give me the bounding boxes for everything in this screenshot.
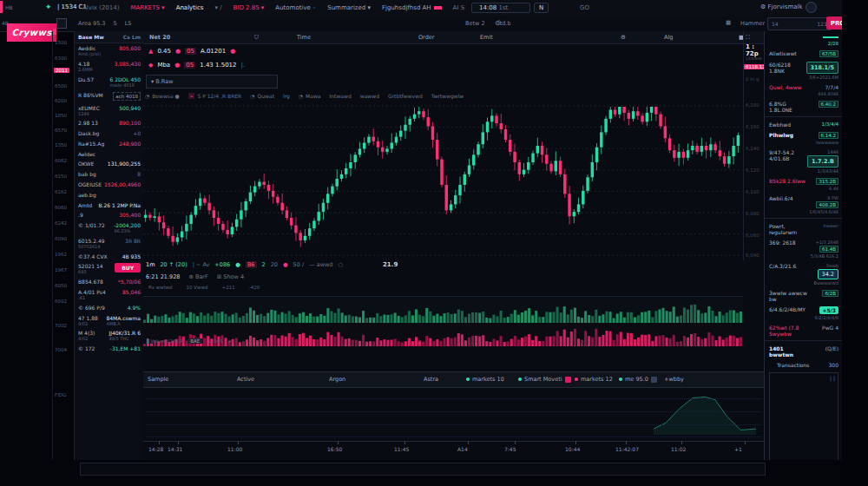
watchlist-row[interactable]: B854.678*5,70/06 <box>75 277 144 287</box>
watchlist-row[interactable]: AmtdB.26 1 2MP P.Na <box>75 200 144 210</box>
time-box[interactable]: 14:08 1st <box>471 3 530 13</box>
watchlist-row[interactable]: 6015.2.49507026143R 8R <box>75 236 144 252</box>
watchlist-header-left[interactable]: Base Mw <box>78 34 104 40</box>
sidebar-value[interactable]: 1.7.2.B <box>807 155 838 167</box>
chart-header-col-0[interactable]: ⛉ <box>254 34 259 41</box>
sidebar-row[interactable]: Awbii.6/48 PW408.2B1/6/45/4.6/44 <box>765 193 843 216</box>
watchlist-row[interactable]: AeddicAmb (plst)805,600 <box>75 43 144 59</box>
account-menu[interactable]: ⚙ Fjorvismalk <box>760 3 803 10</box>
watchlist-row[interactable]: 4.182.6MM3,085,430 <box>75 59 144 75</box>
menu-item-4[interactable]: BID 2.85 ▾ <box>233 4 265 11</box>
chart-header-col-4[interactable]: ⚙ <box>621 34 626 41</box>
symbol-search-input[interactable]: 14 121 <box>767 17 832 30</box>
sidebar-row[interactable]: Ewbhwd1/3/4/4 <box>765 119 843 129</box>
menu-item-2[interactable]: Analytics <box>176 4 204 11</box>
watchlist-row[interactable]: M 4(3)4/02JJ40K/31.R 649/5 THC <box>75 328 144 344</box>
chart-tool-1[interactable]: ⌁S P 12/4 ,R BRER <box>188 93 241 99</box>
indicator-tab-1[interactable]: 10 Vwwd <box>187 285 208 290</box>
positions-col-1[interactable]: Active <box>237 376 254 383</box>
watchlist-row[interactable]: 47 1,889/0284MA.cswmaAMB.A <box>75 312 144 328</box>
toolbar2-left-2[interactable]: L5 <box>125 20 132 27</box>
layout-square-icon[interactable] <box>56 18 67 29</box>
menu-item-6[interactable]: Summarized ▾ <box>327 4 371 11</box>
time-axis[interactable]: 14:2814:3111:0016:5011:45A147:4510:4411:… <box>143 441 764 458</box>
watchlist-row[interactable]: OGEIUSE1526,00,4960 <box>75 180 144 190</box>
sidebar-value[interactable]: 318.1/5 <box>806 62 838 74</box>
watchlist-row[interactable]: R 86%VMach 4018 <box>75 89 144 102</box>
watchlist-row[interactable]: aeb.bg <box>75 189 144 200</box>
chart-header-col-1[interactable]: Time <box>297 34 311 41</box>
watchlist-row[interactable]: 52021 14693BUY <box>75 261 144 277</box>
chart-tool-7[interactable]: Grtbtfwwvwd <box>388 93 423 99</box>
sidebar-row[interactable]: 6/4.6/2/4B/MY+5/36/2/2/4/4/8 <box>765 304 843 322</box>
brand-logo[interactable]: Crywws <box>7 23 56 42</box>
menu-item-1[interactable]: MARKETS ▾ <box>130 4 164 11</box>
toolbar2-left-0[interactable]: Area 95.3 <box>78 20 106 27</box>
sidebar-row[interactable]: 2/28 <box>765 38 843 48</box>
grid-icon[interactable]: ▦ <box>726 19 731 26</box>
sidebar-row[interactable]: Quwl, 4www7/7/4444,4044 <box>765 82 843 98</box>
sidebar-row[interactable]: 60/6218 1.8NK318.1/53/6+2021.6M <box>765 59 843 82</box>
save-disk-icon[interactable]: ⎙ <box>496 19 501 26</box>
buy-button[interactable]: BUY <box>115 263 141 273</box>
chart-view-option-1[interactable]: ⊞ Show 4 <box>217 273 244 280</box>
chart-tool-0[interactable]: ◔Bowwsa ● <box>145 93 180 99</box>
sidebar-row[interactable]: Plhwlwg6.14.2Iwwwwww <box>765 129 843 147</box>
menu-item-0[interactable]: Alvix (2014) <box>82 4 119 11</box>
watchlist-row[interactable]: Dask.bg+0 <box>75 128 144 139</box>
menu-item-3[interactable]: ▾ / <box>214 4 221 11</box>
indicator-tab-3[interactable]: -420 <box>249 285 260 290</box>
n-button[interactable]: N <box>534 3 549 13</box>
sidebar-row[interactable]: 369: 2618+1/3 264861.4B5/3/4B 616.2 <box>765 237 843 260</box>
watchlist-row[interactable]: 2.98 13890,100 <box>75 118 144 128</box>
indicator-tab-2[interactable]: +211 <box>222 285 235 290</box>
positions-col-0[interactable]: Sample <box>148 376 168 383</box>
watchlist-row[interactable]: © 696 P/94.9% <box>75 302 144 312</box>
sidebar-row[interactable]: C/A.3/21.63wwb34.2Bwwwwlwd <box>765 260 843 287</box>
chart-tool-2[interactable]: ◔Quwat <box>250 93 274 99</box>
candlestick-chart[interactable] <box>143 102 743 260</box>
sidebar-row[interactable]: Aliwtiswwt67/5B <box>765 48 843 59</box>
positions-col-6[interactable]: markets 12 <box>575 376 613 383</box>
positions-col-2[interactable]: Argon <box>329 376 345 383</box>
positions-col-8[interactable]: +wbby <box>664 376 684 383</box>
sidebar-row[interactable]: 3wwlw awwcw bw6/2B <box>765 287 843 304</box>
watchlist-row[interactable]: © 172-31,EM +81 <box>75 344 144 354</box>
toolbar2-mid-0[interactable]: Betw 2 <box>465 20 485 27</box>
positions-col-5[interactable]: Smart Moveti <box>518 376 571 383</box>
chart-tool-4[interactable]: ◔Mawa <box>299 93 321 99</box>
watchlist-row[interactable]: .9305,400 <box>75 210 144 220</box>
menu-item-8[interactable]: AI S <box>453 4 465 11</box>
sidebar-row[interactable]: 6.8%G 1.8L.0NE6.40.2 <box>765 98 843 115</box>
chart-tab-net20[interactable]: Net 20 <box>149 34 170 41</box>
positions-col-3[interactable]: Astra <box>424 376 438 383</box>
chart-tool-3[interactable]: lrg <box>283 93 290 99</box>
menu-item-7[interactable]: Fjguhsdjfhsd AH <box>382 4 442 11</box>
sidebar-value[interactable]: 34.2 <box>818 269 838 279</box>
watchlist-row[interactable]: Du.576 2DOL 450made 4018 <box>75 75 144 90</box>
go-label[interactable]: GO <box>580 4 589 11</box>
sidebar-row[interactable]: Transactions300 <box>765 359 843 370</box>
indicator-tab-0[interactable]: Rs wwtwd <box>148 285 173 290</box>
watchlist-header-right[interactable]: Cs Lm <box>123 34 141 40</box>
watchlist-row[interactable]: ©37.4 CVX4B 935 <box>75 251 144 261</box>
price-axis[interactable]: 1 : 72pLkbww6118.120 in g6,1806,1606,140… <box>743 31 765 260</box>
globe-icon[interactable] <box>806 2 817 13</box>
chart-view-option-0[interactable]: ⊕ BarF <box>188 273 207 280</box>
sidebar-row[interactable]: 9/47-54.2 4/01.6B14441.7.2.B1/3/43/44 <box>765 147 843 175</box>
sidebar-row[interactable]: Powrt, regularwmbwwwr <box>765 220 843 237</box>
watchlist-row[interactable]: Aeldec <box>75 148 144 159</box>
watchlist-row[interactable]: OKWE131,900,255 <box>75 159 144 169</box>
positions-col-7[interactable]: me 95.0 <box>619 376 657 383</box>
chart-header-col-3[interactable]: Emit <box>480 34 493 41</box>
chart-tool-5[interactable]: Intwawd <box>330 93 352 99</box>
chart-tool-6[interactable]: wawwd <box>360 93 379 99</box>
watchlist-row[interactable]: bab bg8 <box>75 169 144 180</box>
menu-item-5[interactable]: Automotive ◦ <box>275 4 316 11</box>
hammer-label[interactable]: Hammer <box>740 20 765 27</box>
sidebar-row[interactable]: 1401 bwwtwn(Q/E) <box>765 343 843 359</box>
sidebar-row[interactable]: B5k28 2.6lww315.2B4.44 <box>765 175 843 193</box>
watchlist-row[interactable]: xEUMEC1249500,940 <box>75 102 144 118</box>
chart-tool-8[interactable]: Twrtwwgwlw <box>431 93 464 99</box>
watchlist-row[interactable]: Ra#15.Ag248,900 <box>75 138 144 148</box>
